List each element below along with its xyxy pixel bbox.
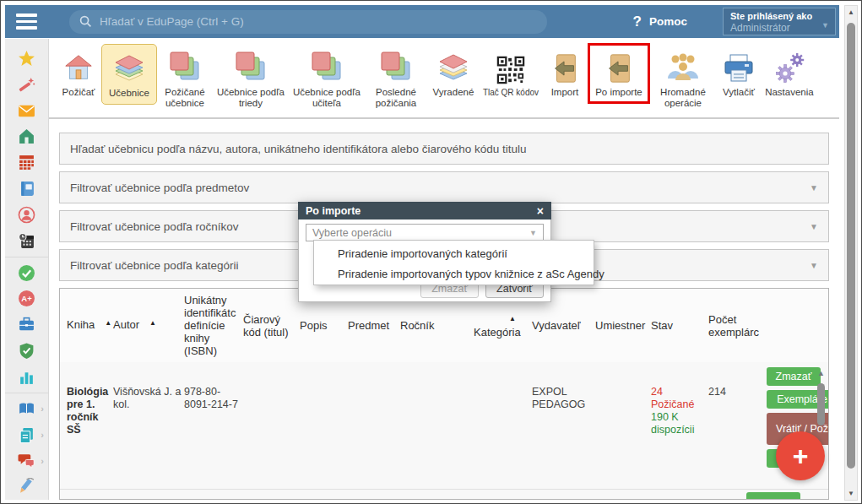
toolbar-item-label: Nastavenia	[765, 87, 814, 98]
sidebar-item-wizard[interactable]	[5, 72, 48, 98]
sidebar-item-calendar[interactable]	[5, 228, 48, 254]
toolbar-item-label: Import	[551, 87, 579, 98]
bar-chart-icon	[18, 368, 35, 386]
toolbar-item-import[interactable]: Import	[542, 43, 588, 98]
calendar-clock-icon	[18, 232, 35, 250]
operation-select-value: Vyberte operáciu	[312, 227, 392, 239]
sidebar-item-library[interactable]: ›	[5, 396, 48, 422]
grade-a-plus-icon: A+	[18, 290, 35, 307]
cell-stav: 24 Požičané 190 K dispozícii	[651, 371, 707, 436]
dropdown-option-typy-kniznice[interactable]: Priradenie importovaných typov knižnice …	[314, 264, 594, 285]
sidebar-item-attendance[interactable]	[5, 260, 48, 286]
help-button[interactable]: ? Pomoc	[633, 14, 687, 30]
sidebar-item-messages[interactable]	[5, 98, 48, 124]
qr-code-icon	[496, 56, 525, 84]
sidebar-item-school[interactable]	[5, 123, 48, 149]
left-sidebar: A+ › › ›	[5, 39, 49, 500]
cell-pocet: 214	[708, 371, 765, 398]
toolbar-item-ucebnice-podla-ucitela[interactable]: Učebnice podľa učiteľa	[289, 43, 365, 109]
scrollbar-thumb[interactable]	[847, 23, 855, 469]
scroll-up-icon[interactable]: ▲	[845, 8, 857, 16]
operation-select[interactable]: Vyberte operáciu ▼	[306, 224, 544, 241]
toolbar-item-vyradene[interactable]: Vyradené	[427, 43, 480, 98]
add-button[interactable]: +	[776, 431, 825, 480]
filter-label: Filtrovať učebnice podľa kategórii	[70, 259, 239, 272]
toolbar-item-pozicane-ucebnice[interactable]: Požičané učebnice	[157, 43, 213, 109]
sidebar-item-communication[interactable]: ›	[5, 447, 48, 474]
col-header-stav: Stav	[651, 319, 707, 332]
col-header-pocet: Počet exemplárc	[708, 313, 765, 339]
col-header-kniha[interactable]: Kniha▲	[67, 318, 111, 333]
timetable-grid-icon	[18, 154, 35, 171]
shield-check-icon	[18, 342, 35, 360]
sort-asc-icon: ▲	[149, 319, 156, 327]
toolbar-item-vytlacit[interactable]: Vytlačiť	[716, 43, 762, 98]
user-name: Administrátor	[730, 22, 828, 34]
dropdown-option-kategorie[interactable]: Priradenie importovaných kategórií	[314, 244, 594, 264]
user-menu[interactable]: Ste prihlásený ako Administrátor ▼	[723, 8, 836, 35]
toolbar-item-pozicat[interactable]: Požičať	[56, 43, 101, 98]
sidebar-item-documents[interactable]: ›	[5, 422, 48, 448]
hamburger-menu-icon[interactable]	[5, 14, 47, 30]
row-divider	[60, 489, 828, 490]
col-header-kategoria[interactable]: ▲Kategória	[474, 312, 530, 339]
sidebar-item-classbook[interactable]	[5, 176, 48, 202]
cell-kategoria	[474, 371, 530, 386]
check-circle-icon	[18, 264, 35, 282]
sidebar-item-agenda[interactable]	[5, 312, 48, 338]
col-header-predmet: Predmet	[348, 319, 398, 332]
question-icon: ?	[633, 14, 642, 30]
sidebar-item-security[interactable]	[5, 338, 48, 364]
chevron-right-icon: ›	[41, 456, 44, 466]
cell-isbn: 978-80-8091-214-7	[184, 371, 241, 411]
filter-label: Filtrovať učebnice podľa predmetov	[70, 182, 249, 194]
house-icon	[62, 52, 95, 84]
toolbar-item-label: Požičané učebnice	[157, 87, 213, 109]
scroll-down-icon[interactable]: ▼	[845, 490, 857, 497]
global-search	[69, 10, 547, 34]
pen-icon	[18, 478, 35, 496]
sort-asc-icon: ▲	[105, 319, 111, 327]
stacked-squares-icon	[379, 51, 413, 84]
toolbar-item-po-importe[interactable]: Po importe	[588, 43, 650, 104]
close-icon[interactable]: ×	[537, 205, 544, 217]
col-header-autor[interactable]: Autor▲	[113, 318, 182, 333]
toolbar-item-tlac-qr-kodov[interactable]: Tlač QR kódov	[480, 43, 542, 98]
cell-predmet	[348, 371, 398, 386]
stav-pozicane: 24 Požičané	[651, 386, 707, 411]
sidebar-item-timetable[interactable]	[5, 149, 48, 176]
documents-icon	[18, 426, 35, 444]
chevron-down-icon: ▼	[810, 183, 818, 192]
next-row-button-partial[interactable]	[746, 492, 800, 500]
toolbar-item-ucebnice-podla-triedy[interactable]: Učebnice podľa triedy	[213, 43, 289, 109]
delete-button[interactable]: Zmazať	[767, 367, 821, 386]
sidebar-item-grades[interactable]: A+	[5, 285, 48, 312]
stacked-squares-icon	[234, 51, 268, 84]
table-scrollbar-thumb[interactable]	[817, 383, 825, 425]
envelope-icon	[18, 102, 35, 120]
toolbar-item-label: Učebnice	[109, 88, 149, 99]
global-search-input[interactable]	[100, 15, 537, 28]
chevron-down-icon: ▼	[810, 261, 818, 270]
sidebar-item-favorites[interactable]	[5, 46, 48, 72]
sidebar-item-elearning[interactable]	[5, 474, 48, 500]
toolbar-item-hromadne-operacie[interactable]: Hromadné operácie	[650, 43, 716, 109]
dialog-title: Po importe	[306, 205, 361, 217]
table-scroll-up-icon[interactable]: ▲	[817, 369, 825, 377]
magic-wand-icon	[18, 76, 35, 94]
sidebar-item-students[interactable]	[5, 202, 48, 228]
notebook-icon	[18, 180, 35, 198]
toolbar-item-label: Učebnice podľa triedy	[213, 87, 289, 109]
filter-predmety-select[interactable]: Filtrovať učebnice podľa predmetov ▼	[59, 171, 829, 203]
book-search-input[interactable]	[70, 143, 818, 155]
toolbar-item-ucebnice[interactable]: Učebnice	[101, 44, 157, 105]
col-header-isbn: Unikátny identifikátc definície knihy (I…	[184, 294, 241, 357]
toolbar-item-nastavenia[interactable]: Nastavenia	[762, 43, 817, 98]
page-scrollbar[interactable]: ▲ ▼	[844, 5, 858, 501]
stav-k-dispozicii: 190 K dispozícii	[651, 411, 707, 436]
cell-vydavatel: EXPOL PEDAGOG	[532, 371, 594, 411]
toolbar-item-posledne-pozicania[interactable]: Posledné požičania	[365, 43, 427, 109]
toolbar-item-label: Učebnice podľa učiteľa	[289, 87, 365, 109]
chevron-down-icon: ▼	[529, 229, 537, 237]
sidebar-item-statistics[interactable]	[5, 364, 48, 390]
